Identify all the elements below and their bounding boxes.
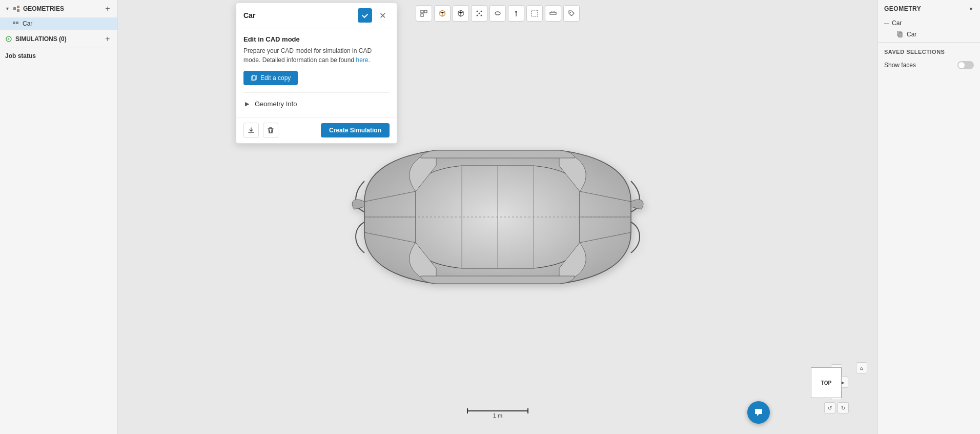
popup-body: Edit in CAD mode Prepare your CAD model … [236,28,397,117]
tag-icon [567,9,576,17]
popup-description: Prepare your CAD model for simulation in… [243,46,390,65]
car-geometry-icon [12,20,19,27]
download-icon [248,127,255,134]
simulations-label: SIMULATIONS (0) [15,35,67,43]
home-button[interactable]: ⌂ [856,362,867,373]
popup-footer: Create Simulation [236,117,397,143]
geometries-header[interactable]: ▼ GEOMETRIES + [0,0,117,17]
right-divider [878,42,980,43]
toolbar [416,5,580,22]
toolbar-btn-cursor[interactable] [416,5,432,22]
popup-title: Car [243,11,255,19]
nav-cube-area: ⌂ ▲ ◀ TOP ▶ ▼ ↺ [795,362,877,424]
toolbar-btn-points[interactable] [471,5,487,22]
geometry-header-label: GEOMETRY [884,5,921,12]
geometries-collapse-arrow: ▼ [5,6,10,11]
toolbar-btn-tag[interactable] [563,5,580,22]
add-geometry-button[interactable]: + [103,4,112,13]
right-car-label: Car [892,19,902,27]
svg-point-13 [477,15,478,16]
svg-rect-2 [17,9,19,12]
geometry-info-label: Geometry Info [255,100,297,108]
svg-rect-4 [16,22,18,24]
points-icon [475,9,483,17]
svg-rect-3 [13,22,15,24]
popup-confirm-button[interactable] [358,8,372,23]
toolbar-btn-cube[interactable] [434,5,451,22]
svg-rect-18 [550,12,556,14]
edit-icon [251,75,257,82]
popup-divider [243,92,390,93]
show-faces-label: Show faces [884,62,916,69]
pin-icon [512,9,520,17]
download-button[interactable] [243,123,259,138]
nav-rotate-cw-button[interactable]: ↻ [838,402,849,413]
svg-point-14 [481,15,482,16]
delete-icon [267,127,274,134]
svg-point-12 [479,13,480,14]
measure-icon [549,9,557,17]
geometries-label: GEOMETRIES [23,5,64,12]
nav-cube-face-top[interactable]: TOP [811,367,842,398]
sidebar-item-car[interactable]: Car [0,17,117,30]
geometry-info-row[interactable]: ▶ Geometry Info [243,98,390,110]
svg-point-11 [481,11,482,12]
right-tree-car-child[interactable]: Car [878,29,980,40]
popup-close-button[interactable]: ✕ [375,8,390,23]
svg-rect-8 [421,14,423,16]
geometry-section-header[interactable]: GEOMETRY ▼ [878,0,980,17]
car-3d-view [334,130,662,304]
toolbar-btn-pin[interactable] [508,5,524,22]
edit-cad-title: Edit in CAD mode [243,35,390,43]
cube-icon [438,9,446,17]
toolbar-btn-wireframe[interactable] [453,5,469,22]
main-area: 1 m ⌂ ▲ ◀ TOP [118,0,877,434]
popup-panel: Car ✕ Edit in CAD mode Prepare your CAD … [236,3,397,144]
simulations-icon [5,35,12,43]
scale-bar-label: 1 m [493,412,502,419]
popup-header-actions: ✕ [358,8,390,23]
chat-button[interactable] [747,401,770,424]
svg-point-19 [570,12,571,13]
create-simulation-button[interactable]: Create Simulation [321,123,390,137]
car-file-icon [896,31,904,38]
right-car-collapse: — [884,21,889,26]
edit-copy-button[interactable]: Edit a copy [243,71,298,85]
geometry-info-chevron: ▶ [243,101,251,108]
geometries-icon [13,5,20,12]
svg-rect-1 [17,6,19,8]
toolbar-btn-measure[interactable] [545,5,561,22]
job-status-item[interactable]: Job status [0,48,117,64]
toolbar-btn-surface[interactable] [489,5,506,22]
car-item-label: Car [23,20,32,27]
svg-rect-17 [532,10,538,16]
scale-bar: 1 m [467,410,528,419]
footer-left-actions [243,123,278,138]
cursor-icon [420,9,428,17]
nav-rotate-ccw-button[interactable]: ↺ [824,402,835,413]
svg-point-9 [460,11,461,12]
svg-point-15 [495,12,500,15]
right-car-sub-label: Car [907,31,916,38]
show-faces-row: Show faces [878,59,980,71]
surface-icon [494,9,502,17]
saved-selections-header: SAVED SELECTIONS [878,45,980,59]
canvas-area[interactable]: 1 m ⌂ ▲ ◀ TOP [118,0,877,434]
show-faces-toggle[interactable] [957,61,974,69]
svg-point-10 [477,11,478,12]
chat-icon [753,407,764,418]
svg-rect-7 [424,10,427,13]
delete-button[interactable] [263,123,278,138]
svg-rect-6 [421,10,423,13]
left-sidebar: ▼ GEOMETRIES + Car SIMULATIONS (0) + [0,0,118,434]
svg-rect-23 [899,33,902,37]
svg-rect-0 [13,7,16,10]
right-sidebar: GEOMETRY ▼ — Car Car SAVED SELECTIONS Sh… [877,0,980,434]
wireframe-icon [457,9,465,17]
add-simulation-button[interactable]: + [103,34,112,44]
simulations-header[interactable]: SIMULATIONS (0) + [0,30,117,48]
here-link[interactable]: here [356,56,368,64]
right-tree-car-parent[interactable]: — Car [878,17,980,29]
box-select-icon [530,9,539,17]
toolbar-btn-box-select[interactable] [526,5,543,22]
